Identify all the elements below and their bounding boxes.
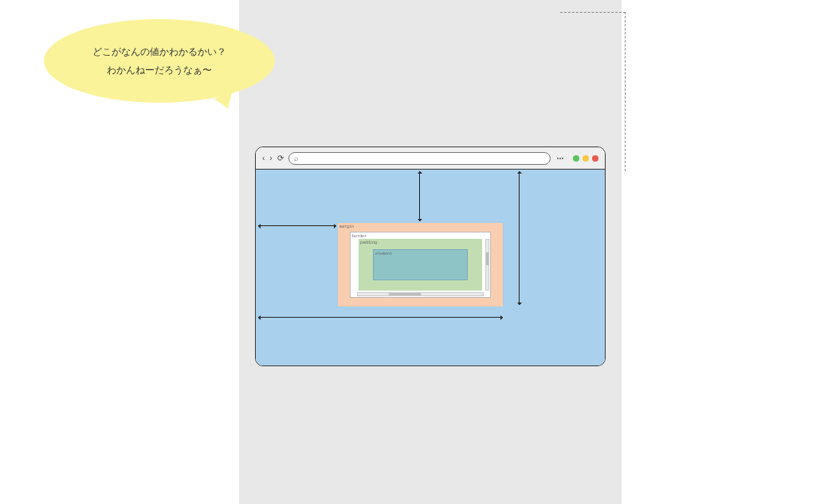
dimension-height-arrow [519,171,520,305]
maximize-button[interactable] [583,155,589,162]
address-bar[interactable]: ⌕ [288,152,551,165]
traffic-lights [573,155,598,162]
dimension-width-arrow [258,317,503,318]
speech-bubble: どこがなんの値かわかるかい？ わかんねーだろうなぁ〜 [44,19,275,103]
bubble-line-1: どこがなんの値かわかるかい？ [92,43,226,61]
more-menu-icon[interactable] [557,158,563,159]
border-label: border [352,233,367,238]
box-model-padding: padding element [359,239,482,291]
scrollbar-horizontal-icon [357,292,484,296]
dimension-margin-top-arrow [419,171,420,221]
margin-label: margin [339,224,354,229]
browser-window: ‹ › ⟳ ⌕ margin border [255,147,606,366]
box-model-border: border padding element [350,232,491,298]
back-button[interactable]: ‹ [262,154,265,162]
box-model-margin: margin border padding element [338,223,503,307]
padding-label: padding [360,240,377,244]
dimension-margin-left-arrow [258,225,336,226]
browser-viewport: margin border padding element [256,170,605,365]
forward-button[interactable]: › [269,154,272,162]
reload-button[interactable]: ⟳ [277,154,284,162]
browser-toolbar: ‹ › ⟳ ⌕ [256,147,605,170]
minimize-button[interactable] [573,155,579,162]
bubble-line-2: わかんねーだろうなぁ〜 [107,61,212,80]
scrollbar-vertical-icon [485,239,489,291]
search-icon: ⌕ [294,154,298,162]
element-label: element [375,251,392,256]
close-button[interactable] [592,155,598,162]
box-model-element: element [373,249,468,280]
